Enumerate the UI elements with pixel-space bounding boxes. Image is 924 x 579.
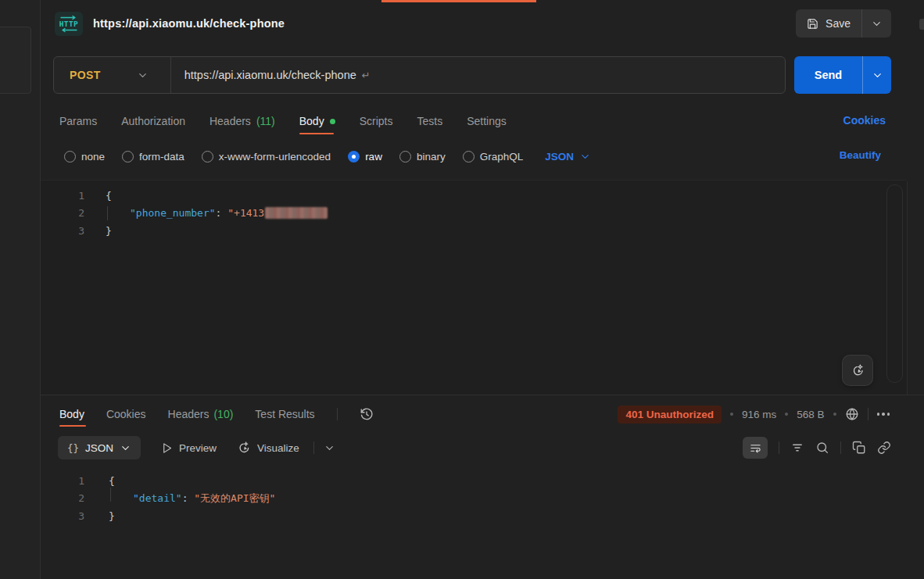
- visualize-button[interactable]: Visualize: [237, 441, 299, 455]
- preview-label: Preview: [179, 442, 217, 454]
- response-more-options-button[interactable]: [877, 413, 890, 416]
- code-close-brace: }: [109, 510, 115, 522]
- response-history-button[interactable]: [360, 407, 374, 421]
- tab-scripts-label: Scripts: [360, 115, 393, 127]
- save-button-group: Save: [796, 9, 891, 38]
- radio-none[interactable]: [64, 151, 76, 163]
- send-options-button[interactable]: [863, 56, 891, 94]
- save-options-button[interactable]: [862, 18, 891, 30]
- clipped-side-panel-button[interactable]: [919, 19, 924, 30]
- send-button[interactable]: Send: [794, 56, 862, 94]
- tab-tests[interactable]: Tests: [417, 115, 442, 127]
- editor-scrollbar-track[interactable]: [886, 184, 903, 383]
- option-none[interactable]: none: [64, 151, 105, 163]
- url-bar-divider: [170, 57, 171, 93]
- redacted-phone-blur: [265, 207, 328, 219]
- response-tab-headers-count: (10): [213, 408, 233, 420]
- tab-params[interactable]: Params: [59, 115, 97, 127]
- code-colon: :: [216, 207, 228, 219]
- chevron-down-icon: [324, 442, 335, 454]
- radio-urlencoded[interactable]: [202, 151, 213, 163]
- filter-button[interactable]: [790, 441, 804, 455]
- preview-button[interactable]: Preview: [161, 442, 217, 454]
- curly-braces-icon: {}: [67, 442, 79, 454]
- search-button[interactable]: [815, 441, 829, 455]
- option-form-data[interactable]: form-data: [122, 151, 184, 163]
- copy-response-button[interactable]: [852, 441, 866, 455]
- search-icon: [815, 441, 829, 455]
- status-badge[interactable]: 401 Unauthorized: [618, 406, 722, 424]
- link-icon: [877, 441, 891, 455]
- sparkle-circle-icon: [237, 441, 251, 455]
- response-tab-body[interactable]: Body: [59, 408, 84, 420]
- wrap-text-toggle[interactable]: [743, 437, 768, 459]
- code-value-detail: "无效的API密钥": [194, 492, 275, 504]
- tab-authorization[interactable]: Authorization: [121, 115, 185, 127]
- filter-icon: [790, 441, 804, 455]
- save-button[interactable]: Save: [796, 17, 861, 30]
- option-graphql[interactable]: GraphQL: [463, 151, 524, 163]
- response-tab-test-results[interactable]: Test Results: [255, 408, 314, 420]
- radio-graphql[interactable]: [463, 151, 475, 163]
- wrap-text-icon: [750, 442, 761, 454]
- view-options-button[interactable]: [324, 442, 335, 454]
- sparkle-wand-icon: [851, 363, 865, 377]
- response-tab-headers-label: Headers: [168, 408, 210, 420]
- method-selector-button[interactable]: [137, 70, 149, 81]
- globe-icon: [845, 407, 859, 421]
- network-info-button[interactable]: [845, 407, 859, 421]
- panel-right-edge: [907, 181, 908, 395]
- copy-icon: [852, 441, 866, 455]
- response-body-editor[interactable]: 1 { 2 "detail": "无效的API密钥" 3 }: [41, 467, 924, 525]
- radio-binary[interactable]: [399, 151, 411, 163]
- tab-scripts[interactable]: Scripts: [360, 115, 393, 127]
- option-urlencoded[interactable]: x-www-form-urlencoded: [202, 151, 331, 163]
- tab-headers-label: Headers: [210, 115, 251, 127]
- body-type-options: none form-data x-www-form-urlencoded raw…: [64, 145, 591, 167]
- method-selector-value[interactable]: POST: [54, 69, 101, 81]
- share-link-button[interactable]: [877, 441, 891, 455]
- beautify-link[interactable]: Beautify: [840, 149, 881, 161]
- response-tabs: Body Cookies Headers (10) Test Results: [59, 402, 374, 427]
- url-input[interactable]: https://api.xiaomu.uk/check-phone: [184, 69, 356, 81]
- request-header-bar: HTTP https://api.xiaomu.uk/check-phone S…: [41, 0, 924, 47]
- option-binary-label: binary: [417, 151, 446, 163]
- send-button-label: Send: [815, 69, 842, 81]
- code-open-brace: {: [109, 475, 115, 487]
- save-floppy-icon: [807, 18, 818, 30]
- url-enter-hint: ↵: [362, 70, 371, 81]
- code-line: 3 }: [41, 222, 907, 240]
- code-value-phone-visible: "+1413: [227, 207, 264, 219]
- option-raw[interactable]: raw: [348, 151, 382, 163]
- response-panel: Body Cookies Headers (10) Test Results 4…: [41, 395, 924, 579]
- postbot-assistant-button[interactable]: [843, 356, 872, 385]
- response-tab-headers[interactable]: Headers (10): [168, 408, 234, 420]
- code-colon: :: [182, 492, 195, 504]
- code-line: 3 }: [41, 507, 924, 525]
- tab-settings[interactable]: Settings: [467, 115, 507, 127]
- response-format-value: JSON: [85, 442, 113, 454]
- response-size[interactable]: 568 B: [797, 409, 824, 420]
- toolbar-divider: [779, 441, 779, 454]
- indent-guide: [110, 488, 111, 502]
- tab-headers[interactable]: Headers (11): [210, 115, 275, 127]
- request-body-editor[interactable]: 1 { 2 "phone_number": "+1413 3 }: [41, 180, 907, 395]
- option-none-label: none: [81, 151, 105, 163]
- request-tabs: Params Authorization Headers (11) Body S…: [59, 108, 507, 134]
- code-key-detail: "detail": [133, 492, 182, 504]
- radio-form-data[interactable]: [122, 151, 134, 163]
- response-format-dropdown[interactable]: {} JSON: [58, 436, 141, 459]
- response-tab-cookies[interactable]: Cookies: [106, 408, 146, 420]
- status-divider: [868, 408, 868, 420]
- code-close-brace: }: [106, 225, 112, 237]
- raw-format-dropdown[interactable]: JSON: [545, 151, 591, 163]
- chevron-down-icon: [579, 151, 591, 163]
- line-number: 2: [41, 207, 84, 219]
- response-time[interactable]: 916 ms: [742, 409, 776, 420]
- sidebar-collapsed-item[interactable]: [0, 27, 31, 94]
- code-line: 2 "phone_number": "+1413: [41, 205, 907, 223]
- option-binary[interactable]: binary: [399, 151, 446, 163]
- cookies-link[interactable]: Cookies: [843, 114, 886, 127]
- radio-raw-selected[interactable]: [348, 151, 360, 163]
- tab-body[interactable]: Body: [299, 115, 335, 127]
